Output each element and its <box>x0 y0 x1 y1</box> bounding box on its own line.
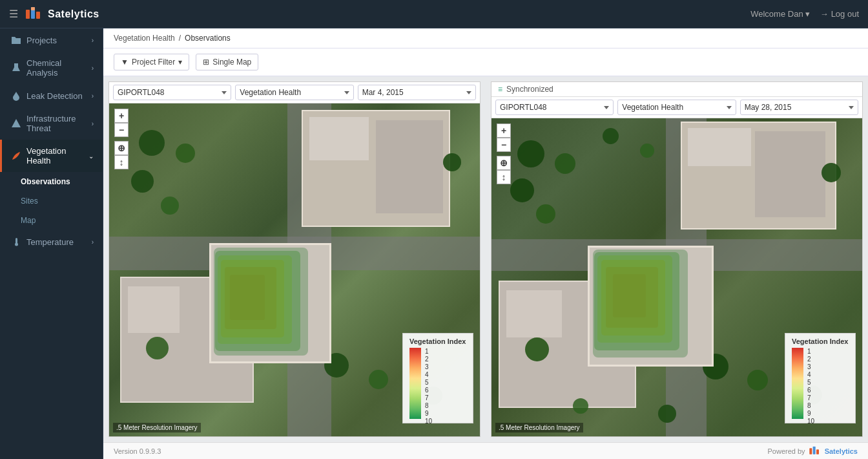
maps-area: GIPORTL048 Vegetation Health Mar 4, 2015 <box>103 76 868 442</box>
left-map-controls: + − ⊕ ↕ <box>114 109 129 169</box>
logout-arrow-icon: → <box>820 9 829 19</box>
folder-icon <box>11 35 21 45</box>
left-legend-label-4: 4 <box>425 371 432 379</box>
left-legend: Vegetation Index 1 2 3 4 5 6 <box>402 333 473 423</box>
right-pan-up-button[interactable]: ⊕ <box>497 156 511 170</box>
app-header: ☰ Satelytics Welcome Dan ▾ → Log out <box>0 0 868 28</box>
left-map-header: GIPORTL048 Vegetation Health Mar 4, 2015 <box>109 82 480 103</box>
sidebar-item-leak-detection[interactable]: Leak Detection › <box>0 84 103 107</box>
single-map-button[interactable]: ⊞ Single Map <box>196 54 258 70</box>
right-legend-label-8: 8 <box>807 402 814 410</box>
header-left: ☰ Satelytics <box>9 5 99 24</box>
sidebar-item-label: Vegetation Health <box>26 146 83 165</box>
flask-icon <box>11 63 21 73</box>
hamburger-menu[interactable]: ☰ <box>9 8 18 20</box>
left-legend-label-7: 7 <box>425 394 432 402</box>
chevron-right-icon: › <box>92 65 94 72</box>
toolbar: ▼ Project Filter ▾ ⊞ Single Map <box>103 48 868 76</box>
powered-by-text: Powered by <box>768 447 805 455</box>
sidebar-item-label: Projects <box>26 36 57 45</box>
footer: Version 0.9.9.3 Powered by Satelytics <box>103 442 868 459</box>
left-legend-label-9: 9 <box>425 410 432 418</box>
header-right: Welcome Dan ▾ → Log out <box>750 9 859 19</box>
welcome-text: Welcome Dan <box>750 9 803 19</box>
left-legend-labels: 1 2 3 4 5 6 7 8 9 10 <box>425 348 432 419</box>
footer-logo-icon <box>809 445 822 458</box>
sidebar-subitem-map[interactable]: Map <box>0 211 103 230</box>
left-pan-down-button[interactable]: ↕ <box>114 155 129 169</box>
logout-button[interactable]: → Log out <box>820 9 859 19</box>
svg-rect-3 <box>31 7 35 10</box>
welcome-user[interactable]: Welcome Dan ▾ <box>750 9 809 19</box>
version-label: Version 0.9.9.3 <box>114 447 161 455</box>
leaf-icon <box>11 151 21 161</box>
left-legend-label-3: 3 <box>425 363 432 371</box>
sync-icon: ≡ <box>498 85 502 94</box>
footer-right: Powered by Satelytics <box>768 445 858 458</box>
left-legend-gradient <box>409 348 421 419</box>
right-legend-row: 1 2 3 4 5 6 7 8 9 10 <box>792 348 849 419</box>
filter-dropdown-icon: ▾ <box>178 58 182 67</box>
breadcrumb: Vegetation Health / Observations <box>103 28 868 48</box>
svg-rect-0 <box>26 10 30 19</box>
sidebar-item-label: Temperature <box>26 237 74 247</box>
right-legend-label-1: 1 <box>807 348 814 356</box>
sidebar-item-temperature[interactable]: Temperature › <box>0 230 103 253</box>
right-legend-label-3: 3 <box>807 363 814 371</box>
left-legend-label-5: 5 <box>425 379 432 387</box>
sidebar-item-chemical-analysis[interactable]: Chemical Analysis › <box>0 52 103 84</box>
left-legend-label-2: 2 <box>425 356 432 363</box>
right-zoom-out-button[interactable]: − <box>497 138 511 152</box>
footer-brand: Satelytics <box>825 447 858 455</box>
project-filter-button[interactable]: ▼ Project Filter ▾ <box>114 54 189 70</box>
chevron-right-icon: › <box>92 92 94 100</box>
right-site-select[interactable]: GIPORTL048 <box>495 100 614 115</box>
right-legend-gradient <box>792 348 803 419</box>
left-zoom-out-button[interactable]: − <box>114 123 129 137</box>
map-icon: ⊞ <box>203 58 209 67</box>
left-pan-up-button[interactable]: ⊕ <box>114 141 129 155</box>
right-resolution-label: .5 Meter Resolution Imagery <box>495 423 583 432</box>
sidebar-item-projects[interactable]: Projects › <box>0 28 103 52</box>
sidebar-item-infrastructure-threat[interactable]: Infrastructure Threat › <box>0 107 103 140</box>
breadcrumb-parent[interactable]: Vegetation Health <box>114 34 175 43</box>
sidebar-subitem-sites[interactable]: Sites <box>0 191 103 211</box>
left-site-select[interactable]: GIPORTL048 <box>113 85 231 100</box>
sync-label: Synchronized <box>506 85 553 94</box>
left-legend-title: Vegetation Index <box>409 337 466 345</box>
right-zoom-in-button[interactable]: + <box>497 123 511 138</box>
svg-rect-6 <box>809 448 812 454</box>
right-map-header: GIPORTL048 Vegetation Health May 28, 201… <box>491 97 862 118</box>
sidebar-subitem-observations[interactable]: Observations <box>0 172 103 191</box>
sidebar-subitem-label: Map <box>21 216 36 225</box>
left-layer-select[interactable]: Vegetation Health <box>235 85 353 100</box>
thermometer-icon <box>11 237 21 247</box>
right-map-viewport: + − ⊕ ↕ .5 Meter Resolution Imagery Vege… <box>491 118 862 436</box>
sidebar-subnav: Observations Sites Map <box>0 172 103 230</box>
left-zoom-in-button[interactable]: + <box>114 109 129 123</box>
sidebar-item-label: Infrastructure Threat <box>26 114 87 133</box>
sidebar-item-vegetation-health[interactable]: Vegetation Health ⌄ <box>0 140 103 172</box>
chevron-down-icon: ⌄ <box>88 153 94 160</box>
left-date-select[interactable]: Mar 4, 2015 <box>358 85 476 100</box>
right-date-select[interactable]: May 28, 2015 <box>740 100 858 115</box>
right-legend-label-7: 7 <box>807 394 814 402</box>
left-legend-label-1: 1 <box>425 348 432 356</box>
sidebar: Projects › Chemical Analysis › Leak Dete… <box>0 28 103 459</box>
right-map-controls: + − ⊕ ↕ <box>497 123 511 184</box>
svg-rect-7 <box>812 446 815 454</box>
left-legend-label-8: 8 <box>425 402 432 410</box>
sidebar-subitem-label: Observations <box>21 177 70 186</box>
right-pan-down-button[interactable]: ↕ <box>497 170 511 184</box>
right-legend-label-9: 9 <box>807 410 814 418</box>
sidebar-item-label: Leak Detection <box>26 91 83 101</box>
warning-icon <box>11 118 21 129</box>
breadcrumb-separator: / <box>179 34 181 43</box>
sidebar-subitem-label: Sites <box>21 197 38 206</box>
right-legend-title: Vegetation Index <box>792 337 849 345</box>
right-legend-label-4: 4 <box>807 371 814 379</box>
right-legend-label-2: 2 <box>807 356 814 363</box>
right-layer-select[interactable]: Vegetation Health <box>617 100 736 115</box>
left-resolution-label: .5 Meter Resolution Imagery <box>113 423 201 432</box>
main-layout: Projects › Chemical Analysis › Leak Dete… <box>0 28 868 459</box>
